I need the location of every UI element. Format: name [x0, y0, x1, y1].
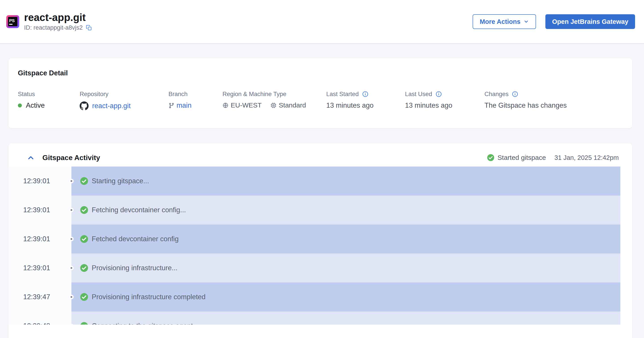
check-circle-icon	[487, 154, 494, 161]
activity-heading: Gitspace Activity	[42, 154, 100, 162]
region-machine-label: Region & Machine Type	[222, 90, 326, 98]
region-pair: EU-WEST	[222, 101, 262, 109]
log-gutter: 12:39:01	[8, 254, 72, 283]
log-row: 12:39:01 Fetching devcontainer config...	[8, 196, 632, 225]
open-jetbrains-gateway-button[interactable]: Open JetBrains Gateway	[545, 14, 635, 29]
globe-icon	[222, 102, 228, 108]
last-used-value: 13 minutes ago	[405, 101, 484, 109]
log-message: Starting gitspace...	[92, 177, 149, 185]
status-dot-icon	[18, 103, 22, 107]
changes-label: Changes	[484, 90, 508, 98]
header-title-group: PS react-app.git ID: reactappgit-a8vjs2	[6, 12, 92, 31]
chevron-down-icon	[524, 19, 529, 24]
pycharm-logo-text: PS	[9, 18, 18, 23]
timeline-dot-icon	[69, 208, 74, 212]
check-circle-icon	[80, 264, 88, 272]
activity-status-time: 31 Jan, 2025 12:42pm	[554, 154, 619, 161]
gitspace-detail-card: Gitspace Detail Status Active Repository	[8, 58, 632, 128]
field-changes: Changes The Gitspace has changes	[484, 90, 623, 110]
field-status: Status Active	[18, 90, 80, 110]
timeline-dot-icon	[69, 295, 74, 299]
log-bar: Fetching devcontainer config...	[72, 196, 620, 225]
detail-fields: Status Active Repository react-app.git	[18, 90, 623, 110]
repository-value: react-app.git	[80, 101, 168, 110]
collapse-chevron-up-icon[interactable]	[27, 155, 34, 160]
field-region-machine: Region & Machine Type EU-WEST	[222, 90, 326, 110]
check-circle-icon	[80, 235, 88, 243]
gitspace-detail-page: PS react-app.git ID: reactappgit-a8vjs2	[0, 0, 644, 338]
log-bar: Connecting to the gitspace agent	[72, 312, 620, 325]
copy-icon[interactable]	[86, 25, 92, 31]
check-circle-icon	[80, 293, 88, 301]
branch-label: Branch	[168, 90, 222, 98]
info-icon[interactable]	[512, 91, 518, 97]
log-timestamp: 12:39:01	[23, 177, 50, 185]
activity-status-group: Started gitspace 31 Jan, 2025 12:42pm	[487, 154, 619, 161]
branch-link[interactable]: main	[176, 101, 192, 109]
gitspace-activity-card: Gitspace Activity Started gitspace 31 Ja…	[8, 143, 632, 338]
region-text: EU-WEST	[231, 101, 262, 109]
status-label: Status	[18, 90, 80, 98]
page-header: PS react-app.git ID: reactappgit-a8vjs2	[0, 0, 644, 44]
timeline-dot-icon	[69, 237, 74, 241]
field-last-started: Last Started 13 minutes ago	[326, 90, 405, 110]
log-message: Connecting to the gitspace agent	[92, 322, 193, 325]
changes-value: The Gitspace has changes	[484, 101, 623, 109]
more-actions-button[interactable]: More Actions	[472, 14, 536, 29]
field-repository: Repository react-app.git	[80, 90, 168, 110]
info-icon[interactable]	[435, 91, 442, 97]
log-message: Fetched devcontainer config	[92, 235, 178, 243]
timeline-dot-icon	[69, 179, 74, 183]
field-branch: Branch main	[168, 90, 222, 110]
log-row: 12:39:48 Connecting to the gitspace agen…	[8, 312, 632, 325]
git-branch-icon	[168, 103, 174, 109]
last-started-label: Last Started	[326, 90, 359, 98]
activity-log[interactable]: 12:39:01 Starting gitspace... 12:39:01	[8, 167, 632, 325]
log-timestamp: 12:39:48	[23, 322, 50, 325]
log-bar: Provisioning infrastructure completed	[72, 283, 620, 312]
page-title: react-app.git	[24, 12, 92, 23]
check-circle-icon	[80, 322, 88, 325]
pycharm-logo-inner: PS	[8, 17, 18, 26]
check-circle-icon	[80, 177, 88, 185]
status-text: Active	[26, 101, 45, 109]
detail-heading: Gitspace Detail	[18, 69, 623, 77]
log-bar: Starting gitspace...	[72, 167, 620, 196]
gitspace-id: ID: reactappgit-a8vjs2	[24, 24, 83, 31]
info-icon[interactable]	[362, 91, 369, 97]
gitspace-id-row: ID: reactappgit-a8vjs2	[24, 24, 92, 31]
log-message: Provisioning infrastructure completed	[92, 293, 206, 301]
header-actions: More Actions Open JetBrains Gateway	[472, 14, 635, 29]
pycharm-logo-underscore	[9, 24, 12, 25]
log-row: 12:39:01 Provisioning infrastructure...	[8, 254, 632, 283]
last-started-value: 13 minutes ago	[326, 101, 405, 109]
activity-header: Gitspace Activity Started gitspace 31 Ja…	[8, 143, 632, 167]
activity-status-text: Started gitspace	[498, 154, 546, 161]
timeline-dot-icon	[69, 266, 74, 270]
log-gutter: 12:39:01	[8, 225, 72, 254]
log-timestamp: 12:39:01	[23, 235, 50, 243]
pycharm-logo-icon: PS	[6, 15, 19, 28]
log-row: 12:39:01 Fetched devcontainer config	[8, 225, 632, 254]
log-bar: Provisioning infrastructure...	[72, 254, 620, 283]
log-timestamp: 12:39:01	[23, 206, 50, 214]
repository-link[interactable]: react-app.git	[92, 102, 130, 110]
github-icon	[80, 101, 88, 110]
machine-text: Standard	[279, 101, 306, 109]
cpu-icon	[270, 102, 276, 108]
machine-pair: Standard	[270, 101, 306, 109]
log-row: 12:39:01 Starting gitspace...	[8, 167, 632, 196]
log-gutter: 12:39:48	[8, 312, 72, 325]
status-value: Active	[18, 101, 80, 109]
more-actions-label: More Actions	[480, 18, 520, 25]
log-timestamp: 12:39:01	[23, 264, 50, 272]
repository-label: Repository	[80, 90, 168, 98]
log-gutter: 12:39:01	[8, 167, 72, 196]
branch-value: main	[168, 101, 222, 109]
log-gutter: 12:39:01	[8, 196, 72, 225]
title-block: react-app.git ID: reactappgit-a8vjs2	[24, 12, 92, 31]
log-message: Fetching devcontainer config...	[92, 206, 186, 214]
region-machine-value: EU-WEST Standard	[222, 101, 326, 109]
field-last-used: Last Used 13 minutes ago	[405, 90, 484, 110]
log-message: Provisioning infrastructure...	[92, 264, 178, 272]
